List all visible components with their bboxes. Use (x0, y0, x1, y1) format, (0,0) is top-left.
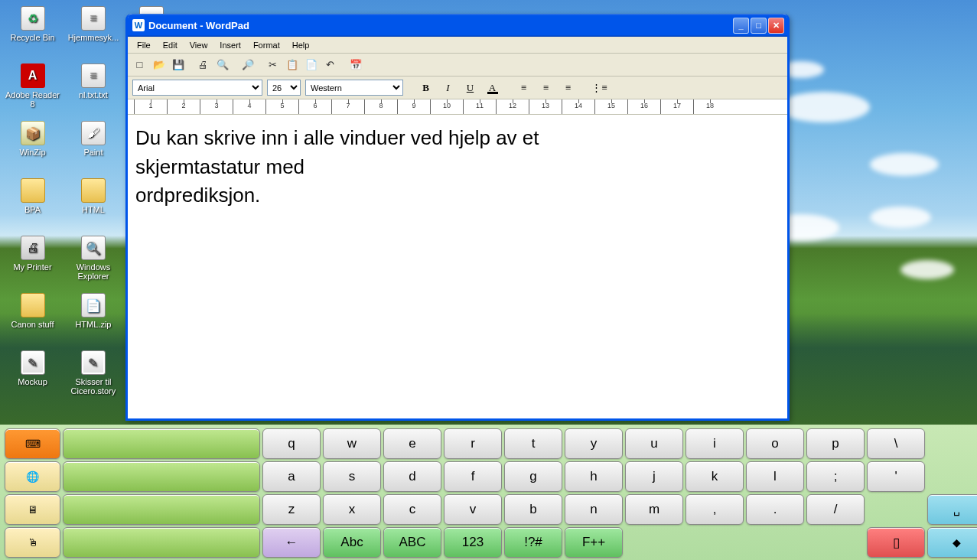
prediction-slot-4[interactable] (63, 527, 260, 558)
copy-button[interactable]: 📋 (283, 57, 301, 73)
key-m[interactable]: m (625, 494, 683, 525)
key-h[interactable]: h (565, 461, 623, 492)
mode-[interactable]: !?# (504, 527, 562, 558)
key-j[interactable]: j (625, 461, 683, 492)
mouse-mode-button[interactable]: 🖱 (5, 527, 60, 558)
italic-button[interactable]: I (439, 80, 457, 96)
key-t[interactable]: t (504, 428, 562, 459)
key-s[interactable]: s (323, 461, 381, 492)
diamond-key[interactable]: ◆ (927, 527, 977, 558)
titlebar[interactable]: W Document - WordPad _ □ ✕ (128, 14, 787, 37)
key-f[interactable]: f (444, 461, 502, 492)
datetime-button[interactable]: 📅 (347, 57, 364, 73)
mode-f[interactable]: F++ (565, 527, 623, 558)
cut-button[interactable]: ✂ (264, 57, 282, 73)
key-x[interactable]: x (323, 494, 381, 525)
key-y[interactable]: y (565, 428, 623, 459)
find-button[interactable]: 🔎 (239, 57, 256, 73)
script-combo[interactable]: Western (305, 80, 403, 96)
print-button[interactable]: 🖨 (194, 57, 212, 73)
key-v[interactable]: v (444, 494, 502, 525)
align-left-button[interactable]: ≡ (515, 80, 532, 96)
desktop-icon[interactable]: 📄HTML.zip (64, 291, 122, 348)
desktop-icon[interactable]: AAdobe Reader 8 (4, 61, 61, 119)
font-size-combo[interactable]: 26 (267, 80, 301, 96)
underline-button[interactable]: U (461, 80, 479, 96)
space-key[interactable]: ␣ (927, 494, 977, 525)
key-l[interactable]: l (746, 461, 804, 492)
globe-mode-button[interactable]: 🌐 (5, 461, 60, 492)
paste-button[interactable]: 📄 (302, 57, 320, 73)
key-e[interactable]: e (383, 428, 441, 459)
close-button[interactable]: ✕ (768, 18, 784, 34)
computer-mode-button[interactable]: 🖥 (5, 494, 60, 525)
menu-view[interactable]: View (184, 39, 214, 51)
desktop-icon[interactable]: Canon stuff (4, 291, 61, 348)
key-'[interactable]: ' (867, 461, 925, 492)
mode-123[interactable]: 123 (444, 527, 502, 558)
key-d[interactable]: d (383, 461, 441, 492)
print-preview-button[interactable]: 🔍 (213, 57, 231, 73)
desktop-icon[interactable]: HTML (64, 176, 122, 233)
new-button[interactable]: □ (131, 57, 148, 73)
align-center-button[interactable]: ≡ (537, 80, 555, 96)
menu-file[interactable]: File (131, 39, 157, 51)
menu-insert[interactable]: Insert (213, 39, 247, 51)
mode-abc[interactable]: ABC (383, 527, 441, 558)
shift-left-key[interactable]: ← (262, 527, 321, 558)
document-area[interactable]: Du kan skrive inn i alle vinduer ved hje… (128, 115, 787, 418)
key-o[interactable]: o (746, 428, 804, 459)
save-button[interactable]: 💾 (169, 57, 187, 73)
undo-button[interactable]: ↶ (321, 57, 339, 73)
align-right-button[interactable]: ≡ (559, 80, 577, 96)
bold-button[interactable]: B (417, 80, 435, 96)
wordpad-window[interactable]: W Document - WordPad _ □ ✕ FileEditViewI… (125, 14, 790, 421)
key-u[interactable]: u (625, 428, 683, 459)
prediction-slot-1[interactable] (63, 428, 260, 459)
desktop-icon[interactable]: ✎Skisser til Cicero.story (64, 348, 122, 405)
key-/[interactable]: / (806, 494, 865, 525)
key-w[interactable]: w (323, 428, 381, 459)
key-i[interactable]: i (686, 428, 744, 459)
font-color-button[interactable]: A (484, 80, 501, 96)
minimize-button[interactable]: _ (733, 18, 749, 34)
key-c[interactable]: c (383, 494, 441, 525)
bullets-button[interactable]: ⋮≡ (591, 80, 608, 96)
desktop-icon[interactable]: ♻Recycle Bin (4, 4, 61, 61)
key-b[interactable]: b (504, 494, 562, 525)
open-button[interactable]: 📂 (150, 57, 168, 73)
mode-abc[interactable]: Abc (323, 527, 381, 558)
desktop-icon[interactable]: 🔍Windows Explorer (64, 233, 122, 291)
key-g[interactable]: g (504, 461, 562, 492)
prediction-slot-3[interactable] (63, 494, 260, 525)
key-r[interactable]: r (444, 428, 502, 459)
menu-help[interactable]: Help (286, 39, 316, 51)
desktop-icon[interactable]: 🖨My Printer (4, 233, 61, 291)
key-;[interactable]: ; (806, 461, 865, 492)
key-p[interactable]: p (806, 428, 865, 459)
key-,[interactable]: , (686, 494, 744, 525)
desktop-icon[interactable]: BPA (4, 176, 61, 233)
desktop-icon[interactable]: 🖌Paint (64, 119, 122, 176)
desktop-icon-image: ≡ (81, 63, 106, 88)
desktop-icon[interactable]: ≡Hjemmesyk... (64, 4, 122, 61)
key-\[interactable]: \ (867, 428, 925, 459)
menu-format[interactable]: Format (247, 39, 286, 51)
clipboard-key[interactable]: ▯ (867, 527, 925, 558)
prediction-slot-2[interactable] (63, 461, 260, 492)
key-.[interactable]: . (746, 494, 804, 525)
ruler[interactable]: 123456789101112131415161718 (128, 99, 787, 115)
keyboard-mode-button[interactable]: ⌨ (5, 428, 60, 459)
desktop-icon[interactable]: ✎Mockup (4, 348, 61, 405)
desktop-icon[interactable]: 📦WinZip (4, 119, 61, 176)
key-q[interactable]: q (262, 428, 321, 459)
desktop-icon[interactable]: ≡nl.txt.txt (64, 61, 122, 119)
cloud-decoration (900, 260, 954, 279)
font-combo[interactable]: Arial (132, 80, 262, 96)
menu-edit[interactable]: Edit (157, 39, 184, 51)
key-z[interactable]: z (262, 494, 321, 525)
key-a[interactable]: a (262, 461, 321, 492)
key-k[interactable]: k (686, 461, 744, 492)
key-n[interactable]: n (565, 494, 623, 525)
maximize-button[interactable]: □ (751, 18, 767, 34)
